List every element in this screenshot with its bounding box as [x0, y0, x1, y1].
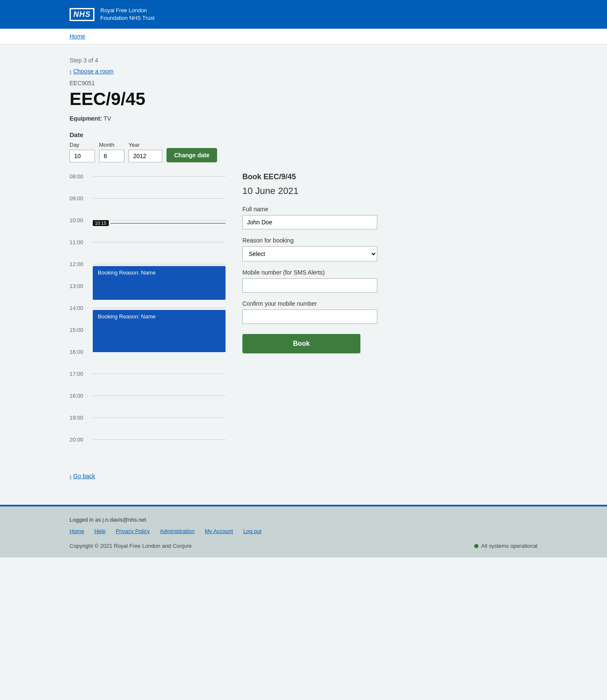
- time-line: [93, 439, 226, 440]
- confirm-mobile-label: Confirm your mobile number: [242, 300, 537, 307]
- time-line: [93, 198, 226, 199]
- reason-group: Reason for booking Select: [242, 237, 537, 261]
- status-text: All systems operational: [481, 543, 537, 549]
- mobile-group: Mobile number (for SMS Alerts): [242, 269, 537, 293]
- room-code: EEC9051: [70, 80, 537, 86]
- footer-bottom: Copyright © 2021 Royal Free London and C…: [70, 543, 537, 549]
- footer-link[interactable]: My Account: [205, 528, 233, 534]
- footer-link[interactable]: Log out: [243, 528, 261, 534]
- org-name: Royal Free London Foundation NHS Trust: [100, 7, 155, 22]
- logged-in-text: Logged in as j.n.davis@nhs.net: [70, 517, 537, 523]
- time-grid: 08:0009:0010:0010:1511:0012:0013:0014:00…: [70, 172, 226, 458]
- time-label: 18:00: [70, 392, 93, 399]
- mobile-input[interactable]: [242, 278, 377, 293]
- time-label: 11:00: [70, 238, 93, 245]
- time-line: [93, 417, 226, 418]
- time-row: 09:00: [70, 194, 226, 216]
- month-input[interactable]: [99, 150, 124, 162]
- day-label: Day: [70, 142, 95, 148]
- footer-link[interactable]: Privacy Policy: [115, 528, 150, 534]
- month-label: Month: [99, 142, 124, 148]
- reason-select[interactable]: Select: [242, 246, 377, 261]
- time-line: [93, 264, 226, 264]
- site-footer: Logged in as j.n.davis@nhs.net HomeHelpP…: [0, 505, 607, 557]
- time-row: 08:00: [70, 172, 226, 194]
- time-line: 10:15: [93, 220, 226, 221]
- time-label: 15:00: [70, 326, 93, 333]
- booking-date-display: 10 June 2021: [242, 186, 537, 197]
- footer-link[interactable]: Home: [70, 528, 84, 534]
- equipment-info: Equipment: TV: [70, 115, 537, 122]
- time-row: 10:0010:15: [70, 216, 226, 238]
- nav-home-link[interactable]: Home: [70, 33, 85, 40]
- day-input[interactable]: [70, 150, 95, 162]
- current-time-line: [110, 223, 226, 223]
- book-button[interactable]: Book: [242, 334, 360, 353]
- confirm-mobile-group: Confirm your mobile number: [242, 300, 537, 324]
- date-section: Date Day Month Year Change date: [70, 131, 537, 162]
- time-line: [93, 242, 226, 242]
- content-row: 08:0009:0010:0010:1511:0012:0013:0014:00…: [70, 172, 537, 458]
- current-time-badge: 10:15: [93, 220, 109, 226]
- date-inputs-row: Day Month Year Change date: [70, 142, 537, 162]
- month-field-group: Month: [99, 142, 124, 162]
- change-date-button[interactable]: Change date: [167, 148, 217, 162]
- day-field-group: Day: [70, 142, 95, 162]
- chevron-left-icon: ‹: [70, 473, 72, 479]
- footer-links: HomeHelpPrivacy PolicyAdministrationMy A…: [70, 528, 537, 534]
- full-name-input[interactable]: [242, 215, 377, 229]
- time-label: 13:00: [70, 282, 93, 289]
- confirm-mobile-input[interactable]: [242, 310, 377, 324]
- time-row: 18:00: [70, 392, 226, 414]
- footer-link[interactable]: Help: [94, 528, 106, 534]
- booking-form-title: Book EEC/9/45: [242, 172, 537, 181]
- copyright-text: Copyright © 2021 Royal Free London and C…: [70, 543, 192, 549]
- footer-link[interactable]: Administration: [160, 528, 194, 534]
- time-label: 09:00: [70, 194, 93, 202]
- mobile-label: Mobile number (for SMS Alerts): [242, 269, 537, 276]
- time-row: 11:00: [70, 238, 226, 260]
- time-label: 20:00: [70, 436, 93, 443]
- site-header: NHS Royal Free London Foundation NHS Tru…: [0, 0, 607, 29]
- booking-block: Booking Reason: Name: [93, 266, 226, 300]
- reason-label: Reason for booking: [242, 237, 537, 244]
- booking-block: Booking Reason: Name: [93, 310, 226, 352]
- nhs-logo: NHS: [70, 8, 94, 21]
- time-label: 17:00: [70, 370, 93, 377]
- time-label: 14:00: [70, 304, 93, 311]
- main-content: Step 3 of 4 ‹ Choose a room EEC9051 EEC/…: [0, 44, 607, 505]
- time-line: [93, 176, 226, 177]
- status-dot: [474, 544, 478, 548]
- time-grid-section: 08:0009:0010:0010:1511:0012:0013:0014:00…: [70, 172, 226, 458]
- nav-bar: Home: [0, 29, 607, 44]
- time-row: 20:00: [70, 436, 226, 458]
- full-name-label: Full name: [242, 206, 537, 213]
- step-indicator: Step 3 of 4: [70, 57, 537, 64]
- time-line: [93, 374, 226, 374]
- current-time-bar: 10:15: [93, 220, 226, 226]
- time-label: 16:00: [70, 348, 93, 355]
- status-indicator: All systems operational: [474, 543, 537, 549]
- time-label: 19:00: [70, 414, 93, 421]
- date-label: Date: [70, 131, 537, 138]
- back-to-room-link[interactable]: ‹ Choose a room: [70, 68, 113, 75]
- booking-form-section: Book EEC/9/45 10 June 2021 Full name Rea…: [242, 172, 537, 353]
- time-label: 08:00: [70, 172, 93, 180]
- chevron-left-icon: ‹: [70, 68, 72, 75]
- full-name-group: Full name: [242, 206, 537, 229]
- room-title: EEC/9/45: [70, 89, 537, 109]
- time-row: 17:00: [70, 370, 226, 392]
- year-input[interactable]: [129, 150, 162, 162]
- time-line: [93, 308, 226, 308]
- time-label: 10:00: [70, 216, 93, 223]
- year-label: Year: [129, 142, 162, 148]
- time-line: [93, 396, 226, 396]
- time-row: 19:00: [70, 414, 226, 436]
- year-field-group: Year: [129, 142, 162, 162]
- time-label: 12:00: [70, 260, 93, 267]
- go-back-link[interactable]: ‹ Go back: [70, 473, 95, 479]
